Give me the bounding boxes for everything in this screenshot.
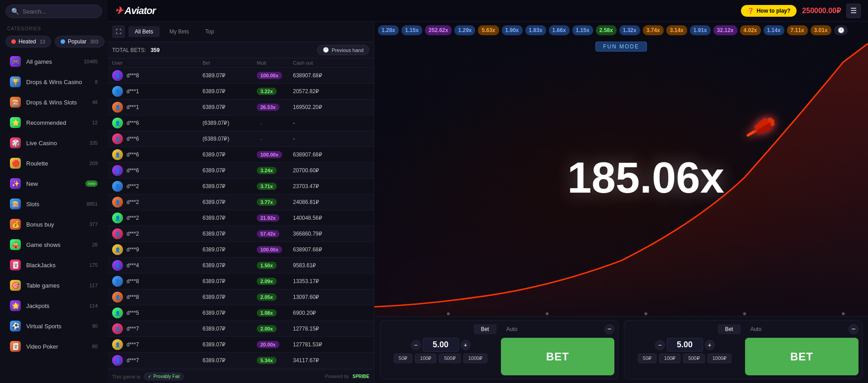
tab-top[interactable]: Top: [199, 26, 220, 37]
multiplier-badge[interactable]: 3.01x: [811, 25, 831, 35]
multiplier-badge[interactable]: 1.15x: [401, 25, 422, 35]
bet-mult-cell: 1.50x: [257, 262, 293, 269]
panel1-quick-500[interactable]: 500₽: [439, 354, 460, 363]
total-bets-label: TOTAL BETS:: [112, 47, 146, 53]
bet-amount: 6389.07₽: [203, 278, 257, 284]
panel2-decrease-btn[interactable]: −: [655, 340, 665, 350]
table-row: 👤 d***2 6389.07₽ 3.77x 24086.81₽: [108, 194, 374, 210]
sidebar-item-blackjacks[interactable]: 🃏 BlackJacks 175: [3, 255, 105, 275]
multiplier-badge[interactable]: 1.32x: [619, 25, 640, 35]
panel2-increase-btn[interactable]: +: [705, 340, 715, 350]
sidebar-item-recommended[interactable]: ⭐ Recommended 12: [3, 113, 105, 132]
sidebar-item-drops-wins-casino[interactable]: 🏆 Drops & Wins Casino 8: [3, 72, 105, 92]
popular-count: 303: [90, 39, 98, 44]
multiplier-badge[interactable]: 3.74x: [643, 25, 664, 35]
sidebar-item-drops-wins-slots[interactable]: 🎰 Drops & Wins Slots 48: [3, 92, 105, 112]
username: d***6: [127, 167, 139, 174]
bets-table-header: User Bet Mult Cash out: [108, 58, 374, 68]
bet-multiplier: -: [257, 119, 266, 127]
menu-button[interactable]: ☰: [846, 4, 861, 18]
username: d***9: [127, 246, 139, 253]
panel1-tab-auto[interactable]: Auto: [499, 324, 525, 334]
multiplier-badge[interactable]: 1.90x: [502, 25, 523, 35]
sidebar-item-jackpots[interactable]: 🌟 Jackpots 114: [3, 296, 105, 316]
panel1-quick-1000[interactable]: 1000₽: [463, 354, 487, 363]
panel1-increase-btn[interactable]: +: [461, 340, 471, 350]
graph-area: 185.06x: [374, 39, 868, 316]
panel2-quick-100[interactable]: 100₽: [659, 354, 680, 363]
tab-my-bets[interactable]: My Bets: [163, 26, 195, 37]
panel1-amount-input[interactable]: [423, 338, 459, 352]
heated-label: Heated: [19, 38, 36, 45]
user-avatar: 👤: [112, 323, 123, 334]
balance-display: 250000.00₽: [802, 6, 841, 15]
panel2-quick-1000[interactable]: 1000₽: [708, 354, 731, 363]
search-bar[interactable]: 🔍: [5, 5, 102, 18]
bet-mult-cell: 20.00x: [257, 341, 293, 348]
how-to-play-button[interactable]: ❓ How to play?: [741, 5, 797, 17]
sidebar-item-all-games[interactable]: 🎮 All games 10485: [3, 52, 105, 71]
top-bar: ✈ Aviator ❓ How to play? 250000.00₽ ☰: [108, 0, 868, 22]
panel2-amount-input[interactable]: [667, 338, 703, 352]
sidebar-item-roulette[interactable]: 🔴 Roulette 209: [3, 153, 105, 173]
bet-mult-cell: 2.05x: [257, 293, 293, 301]
cashout-amount: 127781.53₽: [293, 341, 369, 348]
svg-point-20: [447, 312, 450, 315]
bet-user: 👤 d***6: [112, 165, 203, 176]
sidebar-item-video-poker[interactable]: 🃏 Video Poker 80: [3, 336, 105, 356]
user-avatar: 👤: [112, 339, 123, 350]
panel2-tab-bet[interactable]: Bet: [718, 324, 741, 334]
sidebar-item-live-casino[interactable]: 🎲 Live Casino 335: [3, 133, 105, 153]
multiplier-badge[interactable]: 3.14x: [666, 25, 687, 35]
panel1-quick-100[interactable]: 100₽: [415, 354, 436, 363]
multiplier-badge[interactable]: 2.58x: [596, 25, 617, 35]
multiplier-badge[interactable]: 1.83x: [525, 25, 546, 35]
sidebar-item-game-shows[interactable]: 🎪 Game shows 28: [3, 235, 105, 255]
multiplier-badge[interactable]: 1.28x: [378, 25, 399, 35]
panel1-quick-50[interactable]: 50₽: [394, 354, 412, 363]
search-input[interactable]: [23, 8, 96, 15]
panel1-decrease-btn[interactable]: −: [411, 340, 421, 350]
nav-label-game-shows: Game shows: [26, 241, 61, 248]
panel2-bet-button[interactable]: BET: [745, 338, 859, 375]
sidebar-item-table-games[interactable]: 🎯 Table games 117: [3, 275, 105, 295]
multiplier-badge[interactable]: 4.02x: [740, 25, 761, 35]
multiplier-badge[interactable]: 7.11x: [787, 25, 808, 35]
collapse-panel-1[interactable]: −: [604, 324, 614, 334]
cashout-amount: 24086.81₽: [293, 199, 369, 205]
collapse-panel-2[interactable]: −: [849, 324, 859, 334]
nav-icon-live-casino: 🎲: [10, 137, 21, 148]
heated-dot: [11, 39, 16, 44]
nav-label-drops-wins-casino: Drops & Wins Casino: [26, 79, 82, 85]
multiplier-badge[interactable]: 5.63x: [478, 25, 499, 35]
bet-mult-cell: 26.53x: [257, 104, 293, 111]
sidebar-item-bonus-buy[interactable]: 💰 Bonus buy 377: [3, 214, 105, 234]
multiplier-badge[interactable]: 1.14x: [764, 25, 784, 35]
categories-label: CATEGORIES: [0, 23, 108, 34]
provably-fair-badge[interactable]: ✓ Provably Fair: [144, 373, 184, 380]
panel2-quick-50[interactable]: 50₽: [638, 354, 656, 363]
prev-hand-button[interactable]: 🕐 Previous hand: [317, 45, 369, 55]
sidebar-item-virtual-sports[interactable]: ⚽ Virtual Sports 90: [3, 316, 105, 336]
search-icon: 🔍: [11, 8, 19, 15]
tab-all-bets[interactable]: All Bets: [128, 26, 160, 37]
nav-icon-bonus-buy: 💰: [10, 219, 21, 230]
panel1-tab-bet[interactable]: Bet: [474, 324, 496, 334]
history-icon-badge[interactable]: 🕐: [834, 25, 848, 35]
fullscreen-button[interactable]: ⛶: [112, 25, 125, 38]
multiplier-badge[interactable]: 1.91x: [690, 25, 711, 35]
panel1-bet-button[interactable]: BET: [501, 338, 614, 375]
popular-button[interactable]: Popular 303: [55, 36, 104, 47]
sidebar-item-new[interactable]: ✨ New new: [3, 174, 105, 194]
multiplier-badge[interactable]: 1.15x: [572, 25, 593, 35]
sidebar-item-slots[interactable]: 🎰 Slots 8851: [3, 194, 105, 214]
panel2-tab-auto[interactable]: Auto: [743, 324, 769, 334]
panel2-quick-500[interactable]: 500₽: [683, 354, 704, 363]
multiplier-badge[interactable]: 1.29x: [454, 25, 475, 35]
nav-label-new: New: [26, 180, 38, 187]
user-avatar: 👤: [112, 149, 123, 160]
multiplier-badge[interactable]: 252.62x: [425, 25, 452, 35]
multiplier-badge[interactable]: 32.12x: [713, 25, 737, 35]
multiplier-badge[interactable]: 1.66x: [549, 25, 570, 35]
heated-button[interactable]: Heated 13: [5, 36, 51, 47]
